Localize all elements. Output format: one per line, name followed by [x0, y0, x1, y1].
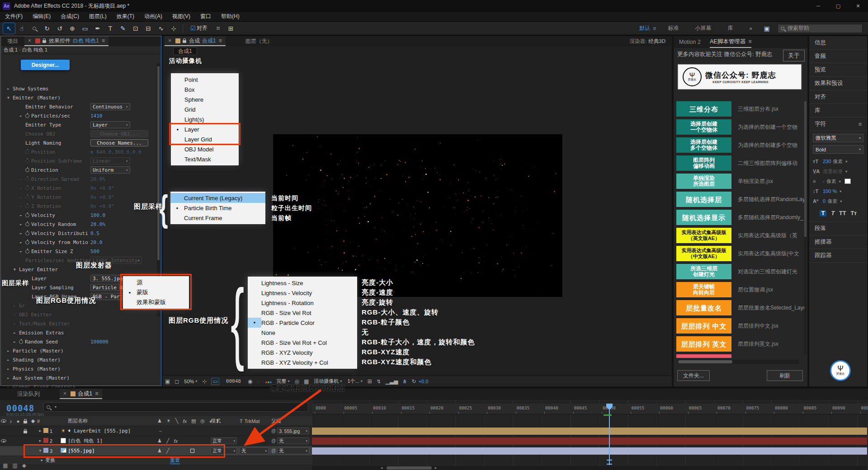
script-run-button[interactable] — [676, 354, 731, 358]
tool-button[interactable]: ↺ — [54, 23, 66, 34]
section-character[interactable]: 字符≡ — [809, 118, 867, 131]
param-value[interactable]: 0x +0.0° — [90, 194, 114, 200]
font-size-control[interactable]: тT 230像素▾ — [813, 156, 863, 166]
stopwatch-icon[interactable] — [25, 186, 29, 190]
param-value[interactable]: 0.5 — [90, 230, 99, 236]
menu-item[interactable]: Point — [171, 75, 239, 85]
kerning-control[interactable]: V̲A 度量标准▾ — [813, 166, 863, 176]
tab-composition[interactable]: × 合成 合成1 ≡ — [165, 36, 226, 46]
reset-exposure-icon[interactable]: ↻ — [412, 378, 416, 385]
mask-tool-icon[interactable]: ⌗ — [212, 23, 224, 34]
type-toggle-button[interactable]: T — [820, 210, 827, 216]
fast-preview-icon[interactable]: ↯ — [377, 378, 381, 385]
disclosure-icon[interactable]: ► — [20, 186, 25, 190]
lock-icon[interactable] — [183, 40, 186, 43]
script-run-button[interactable]: 实用表达式集高级版 （中文版AE） — [676, 246, 731, 261]
stopwatch-icon[interactable] — [25, 213, 29, 217]
param-value[interactable]: 1410 — [90, 113, 103, 119]
param-button[interactable]: Choose Names... — [90, 139, 148, 146]
section-效果和预设[interactable]: 效果和预设 — [809, 77, 867, 90]
lock-icon[interactable] — [42, 40, 46, 43]
param-value[interactable]: 100.0 — [90, 212, 105, 218]
menu-item[interactable]: ●Particle Birth Time — [170, 203, 265, 213]
script-run-button[interactable]: 单独渲染 所选图层 — [676, 174, 731, 189]
menu-item[interactable]: 帮助(H) — [216, 13, 245, 20]
param-dropdown[interactable]: Uniform▾ — [90, 166, 130, 174]
layer-name[interactable]: ♦ LayerEmit [555.jpg] — [68, 428, 157, 434]
timeline-bottom-toggles[interactable]: ▦▥◆ — [3, 462, 26, 469]
pixel-aspect-icon[interactable]: ⊞ — [368, 378, 372, 385]
script-list-scrollbar[interactable] — [804, 101, 807, 354]
script-list-hscrollbar[interactable] — [677, 360, 799, 364]
workspace-库[interactable]: 库 — [727, 24, 733, 32]
menu-item[interactable]: 视图(V) — [167, 13, 195, 20]
stopwatch-icon[interactable] — [25, 150, 29, 154]
vertical-scale-control[interactable]: ↕T 100 %▾ — [813, 186, 863, 196]
layer-name[interactable]: [白色 纯色 1] — [68, 437, 157, 444]
tool-button[interactable]: ⊕ — [66, 23, 78, 34]
disclosure-icon[interactable]: ► — [20, 204, 25, 208]
composition-canvas[interactable] — [273, 134, 562, 297]
section-摇摆器[interactable]: 摇摆器 — [809, 235, 867, 249]
script-run-button[interactable]: 随机选择显示 — [676, 210, 731, 225]
disclosure-icon[interactable]: ► — [20, 114, 25, 118]
camera-dropdown[interactable]: 活动摄像机▾ — [314, 378, 342, 385]
current-time-display[interactable]: 00048 — [6, 403, 34, 413]
script-run-button[interactable]: 所选三维层 创建灯光 — [676, 264, 731, 279]
param-value[interactable]: 20.0% — [90, 176, 105, 182]
disclosure-icon[interactable]: ► — [20, 222, 25, 226]
designer-button[interactable]: Designer... — [21, 60, 70, 70]
menu-item[interactable]: Box — [171, 85, 239, 94]
disclosure-icon[interactable]: ► — [7, 376, 13, 380]
tool-button[interactable]: ∿ — [155, 23, 167, 34]
disclosure-icon[interactable]: ► — [7, 367, 13, 371]
exposure-value[interactable]: +0.0 — [419, 379, 429, 384]
disclosure-icon[interactable]: ► — [20, 249, 25, 254]
tool-button[interactable]: ⊡ — [130, 23, 142, 34]
section-段落[interactable]: 段落 — [809, 222, 867, 235]
workspace-overflow[interactable]: » — [749, 25, 752, 32]
tool-button[interactable]: ↖ — [3, 23, 15, 34]
refresh-button[interactable]: 刷新 — [767, 370, 803, 381]
minimize-button[interactable]: ─ — [808, 0, 828, 12]
menu-item[interactable]: 图层(L) — [84, 13, 112, 20]
script-run-button[interactable]: 随机选择层 — [676, 192, 731, 207]
lock-toggle[interactable] — [22, 429, 29, 433]
layer-color-swatch[interactable] — [43, 438, 50, 444]
tab-script-manager[interactable]: AE脚本管理器≡ — [710, 36, 751, 48]
disclosure-icon[interactable]: ► — [20, 177, 25, 181]
menu-item[interactable]: RGB - XYZ Velocity — [248, 348, 357, 357]
menu-item[interactable]: RGB - Size Vel Rot + Col — [248, 338, 357, 348]
script-run-button[interactable]: 层批量改名 — [676, 300, 731, 315]
param-value[interactable]: 500 — [90, 249, 99, 254]
section-信息[interactable]: 信息 — [809, 36, 867, 50]
panel-menu-icon[interactable]: ≡ — [95, 390, 98, 397]
comp-selector-chip[interactable]: 合成1 — [173, 47, 197, 55]
disclosure-icon[interactable]: ► — [7, 349, 13, 353]
expand-icon[interactable]: ► — [39, 458, 45, 462]
show-snapshot-icon[interactable]: ◌ — [257, 378, 260, 385]
grid-guides-icon[interactable]: ⊹ — [202, 378, 207, 385]
stopwatch-icon[interactable] — [25, 195, 29, 199]
script-run-button[interactable]: 层关键帧 向前向后 — [676, 282, 731, 297]
baseline-shift-control[interactable]: Aª 0像素▾ — [813, 196, 863, 206]
menu-item[interactable]: Text/Mask — [171, 154, 239, 164]
menu-item[interactable]: Lightness - Velocity — [248, 288, 357, 298]
disclosure-icon[interactable]: ▼ — [7, 96, 13, 100]
menu-item[interactable]: None — [248, 328, 357, 338]
screen-mode-icon[interactable]: ◻ — [175, 378, 179, 385]
param-dropdown[interactable]: Layer▾ — [90, 121, 130, 128]
timeline-hscrollbar[interactable]: ◄► — [312, 466, 867, 470]
panel-menu-icon[interactable]: ≡ — [102, 38, 105, 44]
stroke-width-control[interactable]: ≡ -像素▾ — [813, 176, 863, 186]
disclosure-icon[interactable]: ► — [14, 304, 19, 308]
layer-duration-bar[interactable] — [312, 447, 867, 455]
param-value[interactable]: 20.0 — [90, 240, 103, 245]
font-style-dropdown[interactable]: Bold▾ — [813, 145, 863, 154]
script-run-button[interactable]: 层层排列 中文 — [676, 318, 731, 334]
view-layout-dropdown[interactable]: 1个...▾ — [347, 378, 362, 385]
script-run-button[interactable]: 图层阵列 偏移动画 — [676, 155, 731, 171]
stopwatch-icon[interactable] — [25, 114, 29, 118]
workspace-小屏幕[interactable]: 小屏幕 — [695, 24, 711, 32]
stopwatch-icon[interactable] — [25, 249, 29, 254]
